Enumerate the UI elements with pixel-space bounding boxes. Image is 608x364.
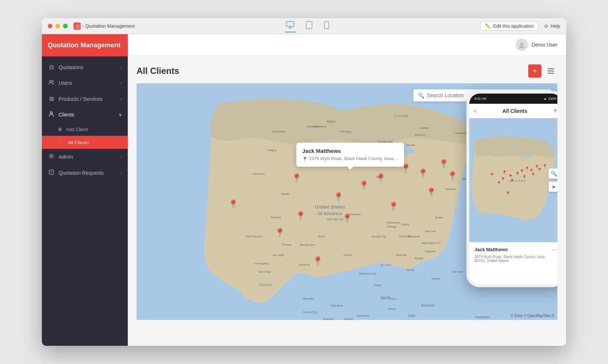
svg-text:Cuba: Cuba: [408, 314, 415, 317]
sidebar-item-add-client[interactable]: ⊕ Add Client: [42, 123, 128, 136]
page-menu-button[interactable]: [544, 64, 557, 78]
phone-add-button[interactable]: +: [553, 107, 557, 115]
phone-card-options[interactable]: ···: [552, 247, 557, 253]
svg-text:Mexico City: Mexico City: [303, 310, 317, 314]
svg-rect-0: [287, 21, 294, 27]
sidebar-nav: ⊟ Quotations ›: [42, 56, 128, 346]
svg-text:New Orleans: New Orleans: [381, 297, 396, 300]
svg-text:San Diego: San Diego: [258, 270, 271, 273]
svg-text:Vancouver: Vancouver: [252, 172, 265, 175]
phone-mockup: 9:41 AM ▲ 100% < All Clients +: [466, 91, 557, 287]
map-pin[interactable]: 📍: [296, 211, 305, 221]
sidebar-item-products-services[interactable]: ⊞ Products / Services ›: [42, 91, 128, 107]
svg-text:Boise: Boise: [318, 235, 325, 238]
close-button[interactable]: [48, 24, 52, 28]
help-button[interactable]: ⊙ Help: [544, 23, 560, 29]
svg-text:Tampa: Tampa: [387, 307, 396, 310]
sidebar-item-users[interactable]: Users ›: [42, 75, 128, 91]
admin-label: Admin: [59, 154, 73, 160]
svg-text:Detroit: Detroit: [401, 223, 409, 226]
svg-text:Kansas City: Kansas City: [372, 235, 386, 238]
all-clients-icon: 📍: [58, 139, 64, 145]
svg-text:Santa Fe: Santa Fe: [299, 263, 310, 266]
phone-location-button[interactable]: ➤: [549, 182, 557, 192]
app-window: Q › Quotation Management: [42, 18, 566, 346]
map-pin-active[interactable]: 📍: [376, 173, 386, 183]
sidebar-item-quotations[interactable]: ⊟ Quotations ›: [42, 59, 128, 75]
svg-text:Nashville: Nashville: [396, 253, 407, 257]
page-title: All Clients: [137, 66, 179, 76]
svg-text:Portland: Portland: [271, 216, 281, 219]
mobile-device-icon[interactable]: [323, 20, 331, 32]
breadcrumb-app-name: Quotation Management: [85, 23, 135, 29]
breadcrumb: Q › Quotation Management: [74, 23, 135, 30]
products-icon: ⊞: [48, 95, 55, 102]
map-container[interactable]: United States of America Mexico Canada S…: [137, 83, 557, 320]
map-pin[interactable]: 📍: [359, 181, 369, 190]
avatar: [516, 39, 528, 51]
svg-point-85: [529, 155, 532, 158]
svg-point-5: [50, 80, 52, 82]
svg-text:Oaxaca: Oaxaca: [344, 317, 353, 320]
svg-text:Montreal: Montreal: [415, 133, 425, 136]
map-pin[interactable]: 📍: [292, 173, 301, 183]
phone-header: < All Clients +: [469, 104, 557, 118]
page-title-row: All Clients +: [137, 64, 557, 78]
map-pin[interactable]: 📍: [333, 192, 343, 202]
help-icon: ⊙: [544, 23, 548, 29]
edit-application-button[interactable]: ✏️ Edit this application: [480, 21, 538, 31]
users-label: Users: [59, 80, 72, 86]
popup-client-name: Jack Matthews: [302, 148, 398, 154]
svg-text:Mazatlán: Mazatlán: [303, 297, 314, 300]
popup-arrow: [347, 167, 353, 170]
sidebar-item-quotation-requests[interactable]: Quotation Requests ›: [42, 165, 128, 181]
svg-text:Las Vegas: Las Vegas: [272, 253, 285, 257]
clients-icon: [48, 111, 55, 118]
map-pin[interactable]: 📍: [426, 187, 436, 197]
users-icon: [48, 79, 55, 87]
sidebar-title: Quotation Management: [48, 41, 121, 49]
add-client-icon: ⊕: [58, 126, 62, 132]
svg-text:Denver: Denver: [344, 253, 352, 257]
desktop-device-icon[interactable]: [285, 20, 296, 32]
map-pin[interactable]: 📍: [447, 171, 457, 181]
svg-text:Charlotte: Charlotte: [425, 250, 436, 253]
map-pin[interactable]: 📍: [388, 202, 398, 211]
svg-text:Oklahoma City: Oklahoma City: [359, 272, 377, 275]
add-client-button[interactable]: +: [528, 64, 541, 78]
svg-text:San Juan: San Juan: [452, 270, 463, 273]
map-copyright: © Zoho © OpenMapTiles ©: [510, 314, 554, 318]
sidebar-item-clients[interactable]: Clients ∨: [42, 107, 128, 123]
svg-text:Milwaukee: Milwaukee: [387, 221, 400, 224]
svg-text:Salt Lake City: Salt Lake City: [327, 218, 343, 221]
sidebar-item-all-clients[interactable]: 📍 All Clients: [42, 136, 128, 149]
maximize-button[interactable]: [63, 24, 68, 28]
sidebar-item-admin[interactable]: Admin ›: [42, 149, 128, 165]
svg-point-7: [50, 112, 52, 114]
map-pin[interactable]: 📍: [228, 199, 238, 209]
titlebar: Q › Quotation Management: [42, 18, 566, 34]
map-pin[interactable]: 📍: [439, 159, 449, 169]
map-pin[interactable]: 📍: [313, 256, 323, 266]
user-name: Demo User: [532, 42, 557, 48]
minimize-button[interactable]: [55, 24, 60, 28]
svg-text:Dallas: Dallas: [374, 284, 382, 287]
phone-back-button[interactable]: <: [474, 108, 477, 114]
map-pin[interactable]: 📍: [418, 169, 428, 178]
sidebar-header: Quotation Management: [42, 34, 128, 56]
svg-text:Chihuahua: Chihuahua: [313, 125, 327, 128]
map-pin[interactable]: 📍: [342, 214, 352, 223]
svg-text:Quebec: Quebec: [420, 126, 429, 130]
help-label: Help: [550, 23, 560, 29]
svg-text:United States: United States: [315, 204, 345, 210]
edit-button-label: Edit this application: [493, 23, 534, 29]
svg-text:of America: of America: [318, 211, 342, 216]
chevron-icon: ›: [121, 170, 122, 175]
phone-search-button[interactable]: 🔍: [549, 169, 557, 179]
traffic-lights: [48, 24, 68, 28]
map-pin[interactable]: 📍: [275, 228, 285, 237]
chevron-icon: ›: [121, 65, 122, 70]
svg-text:Bahamas: Bahamas: [421, 304, 434, 307]
svg-text:St. Louis: St. Louis: [381, 263, 391, 266]
tablet-device-icon[interactable]: [304, 20, 314, 32]
